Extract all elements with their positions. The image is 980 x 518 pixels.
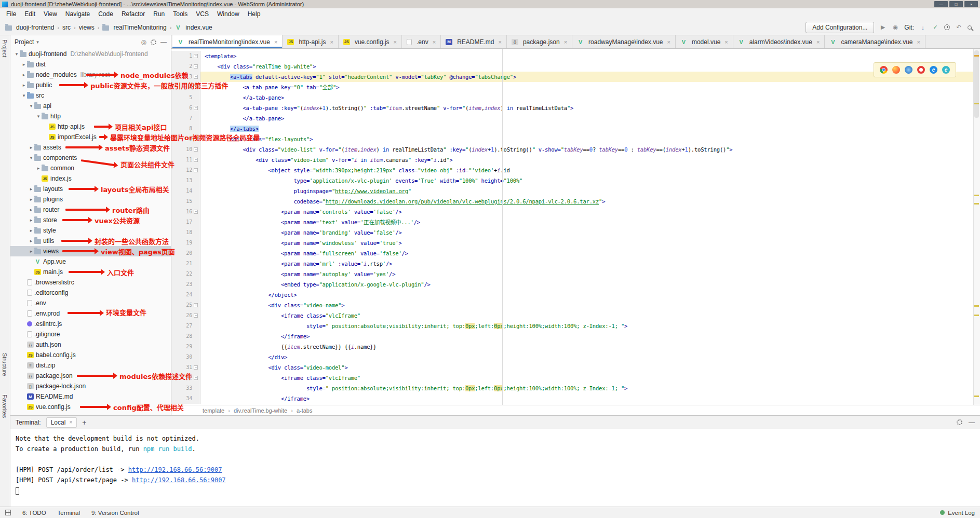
editor-breadcrumb-item[interactable]: a-tabs — [297, 407, 313, 414]
chevron-right-icon[interactable]: ▸ — [35, 166, 42, 171]
line-number[interactable]: 12 — [186, 165, 192, 175]
new-terminal-icon[interactable]: + — [82, 418, 86, 427]
fold-icon[interactable]: − — [194, 365, 198, 370]
close-button[interactable]: × — [964, 1, 978, 7]
gutter[interactable]: 19 — [171, 238, 200, 248]
code-line[interactable]: 12− <object style="width:390px;height:21… — [171, 165, 980, 175]
fold-icon[interactable]: − — [194, 158, 198, 162]
breadcrumb-item[interactable]: duoji-frontend — [5, 24, 54, 31]
editor-tab[interactable]: VrealTimeMonitoring\index.vue× — [172, 35, 283, 48]
close-tab-icon[interactable]: × — [274, 39, 277, 45]
menu-item-view[interactable]: View — [39, 9, 61, 19]
tree-item-http[interactable]: ▾http — [10, 111, 171, 121]
line-number[interactable]: 15 — [186, 196, 192, 207]
line-number[interactable]: 27 — [186, 321, 192, 331]
breadcrumb-item[interactable]: realTimeMonitoring — [102, 24, 166, 31]
minimize-panel-icon[interactable]: — — [969, 419, 975, 426]
line-number[interactable]: 2 — [189, 61, 192, 72]
chevron-right-icon[interactable]: ▸ — [28, 145, 34, 150]
gutter[interactable]: 22 — [171, 269, 200, 279]
editor-tab[interactable]: MREADME.md× — [441, 35, 507, 48]
close-tab-icon[interactable]: × — [433, 39, 436, 45]
line-number[interactable]: 1 — [189, 51, 192, 61]
gutter[interactable]: 30 — [171, 352, 200, 362]
line-number[interactable]: 30 — [186, 352, 192, 362]
chevron-down-icon[interactable]: ▾ — [28, 155, 34, 160]
line-number[interactable]: 20 — [186, 248, 192, 258]
line-number[interactable]: 26 — [186, 310, 192, 321]
code-line[interactable]: 7 </a-tab-pane> — [171, 113, 980, 124]
code-line[interactable]: 11− <div class="video-item" v-for="i in … — [171, 155, 980, 165]
code-line[interactable]: 13 type='application/x-vlc-plugin' event… — [171, 175, 980, 186]
tree-item-babel-config-js[interactable]: JSbabel.config.js — [10, 350, 171, 360]
gutter[interactable]: 25− — [171, 300, 200, 310]
line-number[interactable]: 5 — [189, 92, 192, 103]
code-line[interactable]: 22 <param name='autoplay' value='yes'/> — [171, 269, 980, 279]
code-line[interactable]: 20 <param name='fullscreen' value='false… — [171, 248, 980, 258]
close-tab-icon[interactable]: × — [917, 39, 920, 45]
chevron-down-icon[interactable]: ▾ — [28, 103, 34, 108]
chevron-right-icon[interactable]: ▸ — [21, 72, 27, 77]
gutter[interactable]: 17 — [171, 217, 200, 227]
gutter[interactable]: 24 — [171, 290, 200, 300]
tree-item-app-vue[interactable]: VApp.vue — [10, 256, 171, 267]
code-line[interactable]: 29 {{item.streetName}} {{i.name}} — [171, 342, 980, 352]
search-everywhere-icon[interactable] — [968, 25, 972, 30]
code-line[interactable]: 28 </iframe> — [171, 331, 980, 342]
menu-item-edit[interactable]: Edit — [20, 9, 39, 19]
gutter[interactable]: 11− — [171, 155, 200, 165]
close-tab-icon[interactable]: × — [564, 39, 567, 45]
code-line[interactable]: 3− <a-tabs default-active-key="1" slot="… — [171, 72, 980, 82]
chevron-right-icon[interactable]: ▸ — [28, 228, 34, 233]
chevron-down-icon[interactable]: ▾ — [35, 114, 42, 119]
line-number[interactable]: 24 — [186, 290, 192, 300]
code-line[interactable]: 19 <param name='windowless' value='true'… — [171, 238, 980, 248]
tree-item-style[interactable]: ▸style — [10, 225, 171, 236]
git-commit-icon[interactable]: ✓ — [932, 24, 939, 31]
fold-icon[interactable]: − — [194, 303, 198, 307]
breadcrumb-item[interactable]: src — [62, 24, 71, 31]
gutter[interactable]: 10− — [171, 144, 200, 155]
line-number[interactable]: 21 — [186, 258, 192, 269]
line-number[interactable]: 6 — [189, 103, 192, 113]
gutter[interactable]: 12− — [171, 165, 200, 175]
menu-item-file[interactable]: File — [2, 9, 20, 19]
code-line[interactable]: 6− <a-tab-pane :key="(index+1).toString(… — [171, 103, 980, 113]
status-item-9-version-control[interactable]: 9: Version Control — [91, 510, 139, 516]
editor-tab[interactable]: JSvue.config.js× — [339, 35, 402, 48]
code-line[interactable]: 18 <param name='branding' value='false'/… — [171, 227, 980, 238]
code-line[interactable]: 16− <param name='controls' value='false'… — [171, 207, 980, 217]
code-area[interactable]: 1−<template>2− <div class="realTime bg-w… — [171, 49, 980, 405]
tree-item--env[interactable]: .env — [10, 298, 171, 308]
tree-item--eslintrc-js[interactable]: .eslintrc.js — [10, 319, 171, 329]
line-number[interactable]: 18 — [186, 227, 192, 238]
tree-item-index-js[interactable]: JSindex.js — [10, 173, 171, 184]
code-line[interactable]: 34 </iframe> — [171, 393, 980, 404]
stripe-button-favorites[interactable]: Favorites — [2, 394, 8, 418]
gutter[interactable]: 33 — [171, 383, 200, 393]
code-line[interactable]: 21 <param name='mrl' :value='i.rtsp'/> — [171, 258, 980, 269]
tree-item--editorconfig[interactable]: .editorconfig — [10, 288, 171, 298]
gutter[interactable]: 16− — [171, 207, 200, 217]
tree-item-src[interactable]: ▾src — [10, 90, 171, 101]
line-number[interactable]: 16 — [186, 207, 192, 217]
gutter[interactable]: 26− — [171, 310, 200, 321]
close-icon[interactable]: × — [69, 419, 72, 425]
history-icon[interactable] — [944, 24, 950, 30]
fold-icon[interactable]: − — [194, 313, 198, 318]
line-number[interactable]: 14 — [186, 186, 192, 196]
error-stripe[interactable] — [973, 49, 980, 405]
close-tab-icon[interactable]: × — [667, 39, 670, 45]
minimize-button[interactable]: — — [934, 1, 948, 7]
editor-tab[interactable]: VroadwayManage\index.vue× — [572, 35, 676, 48]
gear-icon[interactable] — [151, 39, 156, 45]
line-number[interactable]: 13 — [186, 175, 192, 186]
editor-breadcrumb-item[interactable]: template — [203, 407, 224, 414]
editor-tab[interactable]: .env× — [402, 35, 441, 48]
firefox-browser-icon[interactable] — [892, 66, 900, 74]
tree-item-auth-json[interactable]: {}auth.json — [10, 339, 171, 350]
code-line[interactable]: 24 </object> — [171, 290, 980, 300]
menu-item-vcs[interactable]: VCS — [192, 9, 213, 19]
code-line[interactable]: 25− <div class="video-name"> — [171, 300, 980, 310]
tree-item-plugins[interactable]: ▸plugins — [10, 194, 171, 205]
